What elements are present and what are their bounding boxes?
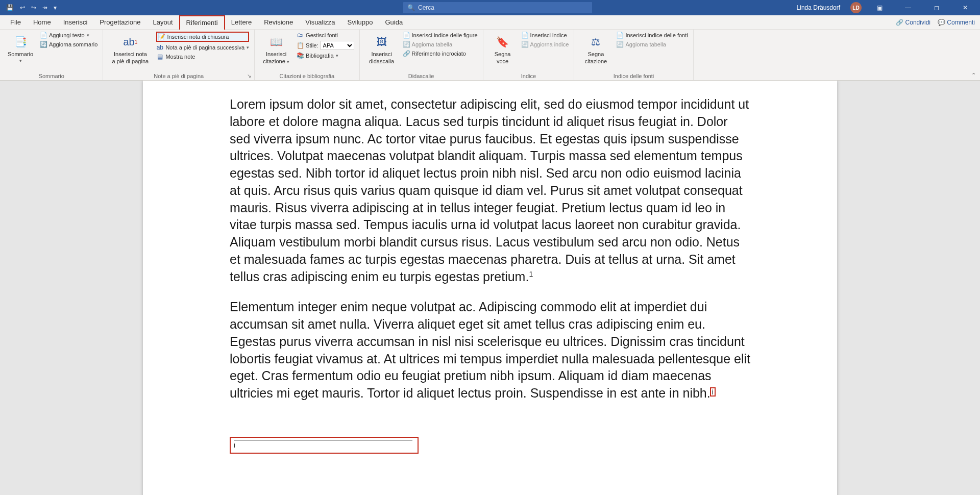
insert-endnote-button[interactable]: 📝Inserisci nota di chiusura — [156, 32, 249, 42]
mark-entry-icon: 🔖 — [495, 34, 511, 50]
group-label: Indice delle fonti — [579, 72, 688, 79]
share-icon: 🔗 — [896, 19, 903, 26]
group-captions: 🖼 Inserisci didascalia 📄Inserisci indice… — [360, 30, 483, 80]
group-citations: 📖 Inserisci citazione ▾ 🗂Gestisci fonti … — [255, 30, 359, 80]
user-name[interactable]: Linda Dräusdorf — [797, 4, 840, 11]
document-body[interactable]: Lorem ipsum dolor sit amet, consectetur … — [230, 96, 750, 402]
group-label: Sommario — [5, 72, 97, 79]
search-input[interactable] — [418, 4, 588, 11]
ribbon-tabs: File Home Inserisci Progettazione Layout… — [0, 15, 980, 30]
quick-access-toolbar: 💾 ↩ ↪ ↠ ▾ — [0, 4, 57, 11]
search-box[interactable]: 🔍 — [403, 2, 592, 13]
title-bar: 💾 ↩ ↪ ↠ ▾ Documento1 - Word 🔍 Linda Dräu… — [0, 0, 980, 15]
group-authorities: ⚖ Segna citazione 📄Inserisci indice dell… — [574, 30, 693, 80]
mark-citation-button[interactable]: ⚖ Segna citazione — [579, 32, 612, 64]
chevron-down-icon: ▾ — [336, 53, 338, 58]
add-text-button[interactable]: 📄Aggiungi testo ▾ — [40, 32, 97, 39]
titlebar-right: Linda Dräusdorf LD ▣ — ◻ ✕ — [797, 0, 980, 15]
style-icon: 📋 — [297, 42, 304, 49]
ribbon-display-icon[interactable]: ▣ — [869, 0, 890, 15]
manage-sources-button[interactable]: 🗂Gestisci fonti — [297, 32, 354, 39]
ribbon: 📑 Sommario ▾ 📄Aggiungi testo ▾ 🔄Aggiorna… — [0, 30, 980, 81]
tab-references[interactable]: Riferimenti — [179, 15, 225, 30]
update-icon: 🔄 — [40, 41, 47, 48]
update-index-button[interactable]: 🔄Aggiorna indice — [521, 41, 569, 48]
comment-icon: 💬 — [938, 19, 945, 26]
style-dropdown[interactable]: APA — [321, 41, 354, 50]
qat-customize-icon[interactable]: ▾ — [54, 4, 57, 11]
toc-icon: 📑 — [12, 34, 29, 50]
tab-mailings[interactable]: Lettere — [225, 15, 258, 30]
maximize-icon[interactable]: ◻ — [926, 0, 947, 15]
endnote-icon: 📝 — [158, 33, 165, 40]
show-notes-button[interactable]: ▤Mostra note — [156, 53, 249, 60]
tab-help[interactable]: Guida — [379, 15, 409, 30]
update-icon: 🔄 — [403, 41, 410, 48]
tab-insert[interactable]: Inserisci — [57, 15, 94, 30]
save-icon[interactable]: 💾 — [6, 4, 14, 11]
page[interactable]: Lorem ipsum dolor sit amet, consectetur … — [143, 81, 837, 495]
tab-developer[interactable]: Sviluppo — [341, 15, 379, 30]
touch-mode-icon[interactable]: ↠ — [42, 4, 47, 11]
minimize-icon[interactable]: — — [897, 0, 919, 15]
search-icon: 🔍 — [407, 4, 415, 11]
insert-citation-button[interactable]: 📖 Inserisci citazione ▾ — [260, 32, 292, 64]
group-footnotes: ab1 Inserisci nota a piè di pagina 📝Inse… — [103, 30, 255, 80]
share-button[interactable]: 🔗 Condividi — [896, 19, 930, 26]
group-index: 🔖 Segna voce 📄Inserisci indice 🔄Aggiorna… — [483, 30, 575, 80]
caption-icon: 🖼 — [374, 34, 390, 50]
collapse-ribbon-icon[interactable]: ⌃ — [971, 72, 976, 79]
update-icon: 🔄 — [521, 41, 528, 48]
citation-icon: 📖 — [268, 34, 284, 50]
chevron-down-icon: ▾ — [287, 59, 289, 64]
group-label: Didascalie — [365, 72, 478, 79]
tof-icon: 📄 — [403, 32, 410, 39]
citation-style-select[interactable]: 📋Stile: APA — [297, 41, 354, 50]
dialog-launcher-icon[interactable]: ↘ — [247, 73, 251, 79]
update-table-button[interactable]: 🔄Aggiorna tabella — [403, 41, 478, 48]
tab-review[interactable]: Revisione — [258, 15, 299, 30]
crossref-icon: 🔗 — [403, 50, 410, 57]
insert-caption-button[interactable]: 🖼 Inserisci didascalia — [365, 32, 399, 64]
tab-home[interactable]: Home — [27, 15, 57, 30]
next-footnote-button[interactable]: abNota a piè di pagina successiva ▾ — [156, 44, 249, 51]
chevron-down-icon: ▾ — [87, 33, 89, 38]
bibliography-icon: 📚 — [297, 52, 304, 59]
index-icon: 📄 — [521, 32, 528, 39]
toc-button[interactable]: 📑 Sommario ▾ — [5, 32, 36, 63]
mark-entry-button[interactable]: 🔖 Segna voce — [488, 32, 517, 64]
insert-footnote-button[interactable]: ab1 Inserisci nota a piè di pagina — [108, 32, 152, 64]
group-toc: 📑 Sommario ▾ 📄Aggiungi testo ▾ 🔄Aggiorna… — [0, 30, 103, 80]
paragraph-text[interactable]: Elementum integer enim neque volutpat ac… — [230, 300, 750, 400]
show-notes-icon: ▤ — [156, 53, 163, 60]
endnote-separator — [234, 440, 412, 440]
undo-icon[interactable]: ↩ — [20, 4, 25, 11]
avatar[interactable]: LD — [850, 2, 862, 13]
update-toc-button[interactable]: 🔄Aggiorna sommario — [40, 41, 97, 48]
comments-button[interactable]: 💬 Commenti — [938, 19, 975, 26]
insert-toa-button[interactable]: 📄Inserisci indice delle fonti — [616, 32, 688, 39]
group-label: Citazioni e bibliografia — [260, 72, 354, 79]
endnote-reference[interactable]: i — [710, 387, 716, 397]
sources-icon: 🗂 — [297, 32, 304, 39]
next-footnote-icon: ab — [156, 44, 163, 51]
endnote-mark[interactable]: i — [234, 442, 235, 449]
insert-index-button[interactable]: 📄Inserisci indice — [521, 32, 569, 39]
paragraph-text[interactable]: Lorem ipsum dolor sit amet, consectetur … — [230, 97, 749, 284]
footnote-reference[interactable]: 1 — [529, 269, 533, 278]
endnotes-area[interactable]: i — [230, 437, 750, 454]
document-workspace[interactable]: Lorem ipsum dolor sit amet, consectetur … — [0, 81, 980, 495]
redo-icon[interactable]: ↪ — [31, 4, 36, 11]
bibliography-button[interactable]: 📚Bibliografia ▾ — [297, 52, 354, 59]
update-toa-button[interactable]: 🔄Aggiorna tabella — [616, 41, 688, 48]
cross-reference-button[interactable]: 🔗Riferimento incrociato — [403, 50, 478, 57]
tab-layout[interactable]: Layout — [147, 15, 179, 30]
tab-file[interactable]: File — [4, 15, 27, 30]
chevron-down-icon: ▾ — [19, 58, 22, 63]
tab-design[interactable]: Progettazione — [93, 15, 146, 30]
group-label: Indice — [488, 72, 569, 79]
chevron-down-icon: ▾ — [247, 45, 249, 50]
tab-view[interactable]: Visualizza — [299, 15, 341, 30]
close-icon[interactable]: ✕ — [954, 0, 976, 15]
insert-tof-button[interactable]: 📄Inserisci indice delle figure — [403, 32, 478, 39]
